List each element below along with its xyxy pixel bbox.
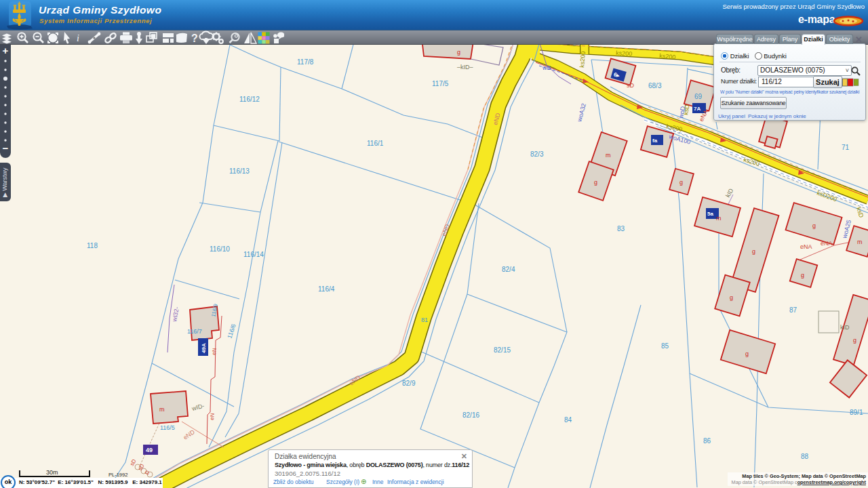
svg-text:117/8: 117/8	[297, 58, 314, 66]
svg-text:71: 71	[842, 144, 850, 151]
svg-text:?: ?	[191, 33, 198, 44]
svg-text:fa: fa	[652, 138, 658, 144]
svg-text:83: 83	[617, 225, 625, 232]
svg-text:118: 118	[87, 242, 98, 249]
svg-text:88: 88	[801, 453, 809, 460]
svg-text:116/10: 116/10	[210, 245, 230, 253]
svg-text:g: g	[730, 294, 733, 301]
svg-text:eN: eN	[209, 413, 216, 420]
svg-text:g: g	[594, 179, 597, 186]
svg-text:5a: 5a	[707, 211, 713, 217]
svg-text:116/4: 116/4	[318, 285, 335, 293]
svg-text:49A: 49A	[201, 343, 207, 353]
svg-text:eN: eN	[211, 348, 218, 355]
svg-text:117/5: 117/5	[432, 80, 449, 87]
svg-text:g: g	[745, 350, 749, 357]
svg-text:82/4: 82/4	[502, 266, 515, 273]
svg-text:g: g	[752, 248, 755, 255]
svg-text:m: m	[716, 215, 722, 222]
svg-text:ks200: ks200	[578, 51, 587, 68]
svg-text:82/15: 82/15	[494, 346, 511, 354]
svg-text:69: 69	[694, 93, 703, 100]
svg-text:81: 81	[421, 317, 428, 323]
svg-text:116/5: 116/5	[160, 424, 175, 431]
svg-text:ks200: ks200	[616, 49, 633, 58]
svg-text:m: m	[606, 152, 611, 159]
svg-text:g: g	[801, 272, 804, 279]
svg-text:116/7: 116/7	[187, 328, 202, 335]
svg-text:84: 84	[564, 416, 572, 424]
svg-text:m: m	[159, 406, 165, 413]
svg-text:82/3: 82/3	[530, 150, 544, 158]
svg-text:i: i	[77, 33, 79, 43]
svg-text:89/1: 89/1	[850, 409, 863, 416]
svg-text:sD: sD	[627, 82, 635, 89]
svg-text:87: 87	[789, 306, 797, 314]
svg-text:86: 86	[703, 437, 711, 445]
svg-text:116/14: 116/14	[243, 251, 264, 258]
svg-text:wB: wB	[542, 64, 551, 71]
svg-text:116/12: 116/12	[239, 96, 260, 103]
svg-text:85: 85	[661, 342, 669, 350]
svg-text:49: 49	[146, 447, 153, 453]
svg-text:g: g	[853, 337, 856, 344]
svg-text:68/3: 68/3	[648, 82, 662, 89]
svg-text:eNA: eNA	[800, 243, 812, 250]
svg-text:g: g	[679, 179, 683, 186]
svg-text:7A: 7A	[694, 106, 701, 112]
svg-text:eNA: eNA	[821, 240, 833, 247]
svg-text:116/1: 116/1	[367, 140, 384, 147]
svg-text:kID: kID	[840, 324, 850, 331]
svg-text:30m: 30m	[46, 470, 58, 476]
svg-text:82/9: 82/9	[402, 380, 416, 387]
svg-text:–kID–: –kID–	[457, 64, 473, 70]
svg-text:g: g	[812, 222, 816, 229]
svg-text:82/16: 82/16	[462, 411, 479, 419]
svg-text:g: g	[457, 49, 460, 56]
svg-text:m: m	[857, 239, 863, 245]
svg-text:116/13: 116/13	[229, 167, 250, 175]
